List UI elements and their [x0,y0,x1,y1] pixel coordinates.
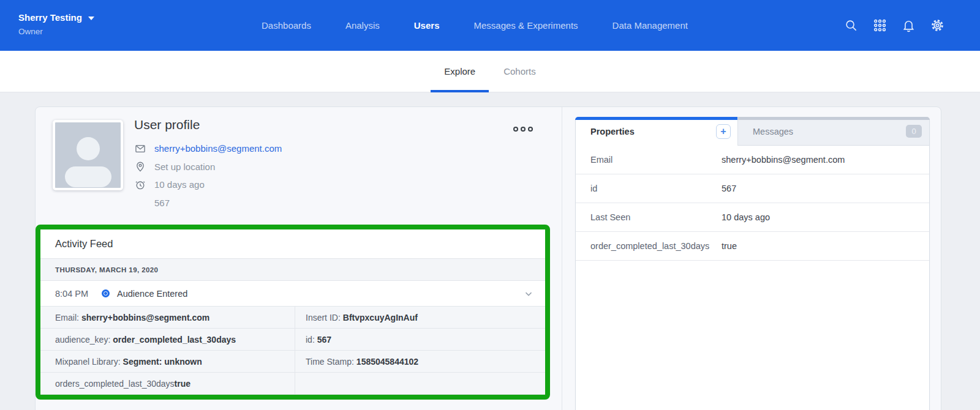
nav-icon-group [844,0,944,51]
detail-label: Insert ID: [306,313,341,322]
event-detail-cell: Mixpanel Library:Segment: unknown [40,351,295,373]
properties-panel: Properties + Messages 0 Email sherry+bob… [575,117,930,410]
nav-item-dashboards[interactable]: Dashboards [262,20,311,31]
properties-panel-tabs: Properties + Messages 0 [576,117,929,146]
clock-icon [134,179,146,191]
property-value: 567 [722,184,736,193]
detail-label: Email: [55,313,79,322]
profile-email-link[interactable]: sherry+bobbins@segment.com [154,143,282,154]
property-row: id 567 [576,174,929,203]
tab-explore[interactable]: Explore [431,51,489,92]
property-label: order_completed_last_30days [576,241,722,251]
activity-event-row[interactable]: 8:04 PM Audience Entered [40,281,545,307]
nav-item-users[interactable]: Users [414,20,440,31]
detail-value: true [175,379,190,389]
secondary-tabbar: Explore Cohorts [0,51,980,92]
property-row: Email sherry+bobbins@segment.com [576,146,929,174]
event-detail-cell: id:567 [295,329,545,351]
detail-label: audience_key: [55,335,110,345]
property-label: Last Seen [576,212,722,222]
activity-date-row: THURSDAY, MARCH 19, 2020 [40,259,545,281]
activity-feed-title: Activity Feed [55,238,113,250]
profile-last-seen-text: 10 days ago [154,179,205,190]
primary-nav: Dashboards Analysis Users Messages & Exp… [0,0,704,51]
event-detail-cell-empty [295,373,545,395]
top-navigation: Sherry Testing Owner Dashboards Analysis… [0,0,980,51]
detail-label: id: [306,335,315,345]
avatar-head [77,137,100,160]
detail-label: orders_completed_last_30days [55,379,175,389]
profile-email-row: sherry+bobbins@segment.com [134,140,282,158]
property-label: Email [576,155,722,165]
add-property-button[interactable]: + [716,124,731,139]
event-detail-cell: Insert ID:BftvpxcuyAgInAuf [295,307,545,329]
nav-item-analysis[interactable]: Analysis [345,20,380,31]
profile-last-seen-row: 10 days ago [134,176,282,194]
tab-explore-label: Explore [444,66,475,76]
profile-meta: sherry+bobbins@segment.com Set up locati… [134,140,282,212]
page: Sherry Testing Owner Dashboards Analysis… [0,0,980,410]
detail-value: 1585045844102 [356,357,418,367]
envelope-icon [134,143,146,155]
event-detail-cell: Time Stamp:1585045844102 [295,351,545,373]
profile-id-text: 567 [154,198,170,208]
tab-cohorts-label: Cohorts [503,66,536,76]
activity-feed-header: Activity Feed [40,229,545,259]
tab-messages-label: Messages [753,127,793,136]
detail-label: Time Stamp: [306,357,354,367]
messages-count-badge: 0 [906,125,922,138]
event-detail-cell: Email:sherry+bobbins@segment.com [40,307,295,329]
profile-location-row: Set up location [134,158,282,176]
detail-value: BftvpxcuyAgInAuf [343,313,418,322]
apps-grid-icon[interactable] [873,18,887,32]
audience-entered-icon [102,289,110,297]
event-details-table: Email:sherry+bobbins@segment.com Insert … [40,307,545,395]
more-options-icon[interactable] [511,124,535,134]
tab-properties[interactable]: Properties + [576,117,737,146]
page-title: User profile [134,117,200,132]
detail-value: Segment: unknown [123,357,202,367]
event-name: Audience Entered [117,289,187,299]
property-row: order_completed_last_30days true [576,232,929,261]
profile-id-row: 567 [134,194,282,212]
event-detail-cell: audience_key:order_completed_last_30days [40,329,295,351]
detail-value: order_completed_last_30days [113,335,236,345]
property-value-email[interactable]: sherry+bobbins@segment.com [722,155,845,165]
avatar-body [65,166,111,187]
tab-cohorts[interactable]: Cohorts [490,51,549,92]
location-pin-icon [134,160,146,173]
tab-messages[interactable]: Messages 0 [737,117,929,146]
chevron-down-icon[interactable] [523,288,534,299]
tab-properties-label: Properties [590,127,635,136]
avatar [53,120,123,190]
detail-label: Mixpanel Library: [55,357,121,367]
annotation-box-activity-feed: Activity Feed THURSDAY, MARCH 19, 2020 8… [36,225,550,400]
user-profile-section: User profile sherry+bobbins@segment.com … [36,107,562,410]
settings-icon[interactable] [930,18,944,32]
activity-date-label: THURSDAY, MARCH 19, 2020 [55,266,158,274]
property-value: true [722,241,737,251]
property-row: Last Seen 10 days ago [576,203,929,232]
nav-item-data-management[interactable]: Data Management [612,20,688,31]
event-detail-cell: orders_completed_last_30daystrue [40,373,295,395]
notifications-icon[interactable] [902,18,916,32]
detail-value: sherry+bobbins@segment.com [81,313,209,322]
property-label: id [576,184,722,193]
search-icon[interactable] [844,18,858,32]
event-time: 8:04 PM [55,289,93,299]
property-value: 10 days ago [722,212,770,222]
detail-value: 567 [317,335,331,345]
nav-item-messages-experiments[interactable]: Messages & Experiments [473,20,578,31]
content-container: User profile sherry+bobbins@segment.com … [35,106,941,410]
profile-location-text[interactable]: Set up location [154,162,215,172]
